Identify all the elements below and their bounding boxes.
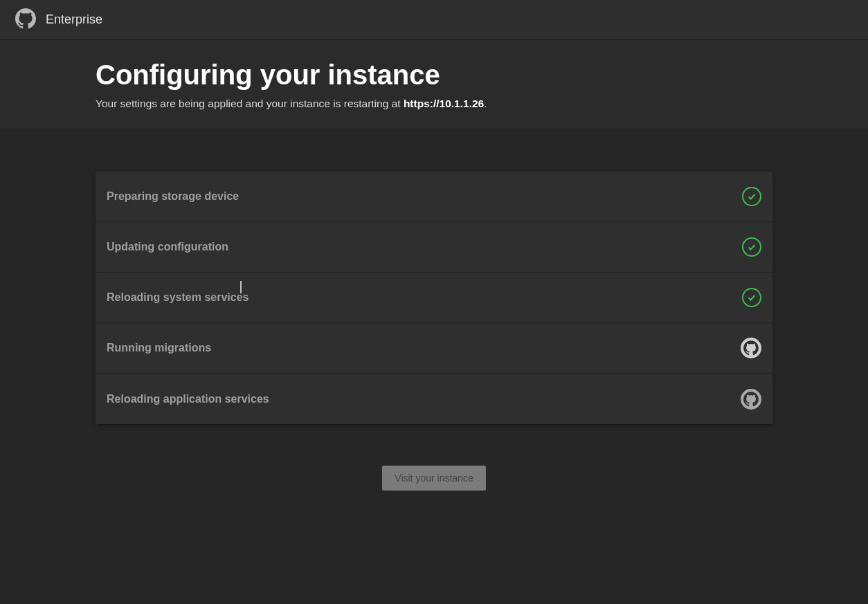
checkmark-icon — [742, 237, 761, 257]
octocat-spinner-icon — [741, 338, 761, 358]
step-label: Preparing storage device — [107, 190, 239, 203]
checkmark-icon — [742, 288, 761, 307]
steps-panel: Preparing storage device Updating config… — [96, 172, 772, 424]
subtitle-prefix: Your settings are being applied and your… — [96, 98, 404, 109]
github-logo-icon — [15, 8, 36, 32]
brand-link[interactable]: Enterprise — [15, 8, 102, 32]
step-running-migrations: Running migrations — [96, 323, 772, 374]
button-wrap: Visit your instance — [0, 466, 868, 491]
subtitle-url: https://10.1.1.26 — [404, 98, 484, 109]
main: Preparing storage device Updating config… — [0, 130, 868, 491]
step-label: Reloading system services — [107, 291, 248, 304]
visit-instance-button[interactable]: Visit your instance — [382, 466, 485, 491]
step-updating-configuration: Updating configuration — [96, 222, 772, 273]
checkmark-icon — [742, 187, 761, 206]
octocat-pending-icon — [741, 389, 761, 410]
hero: Configuring your instance Your settings … — [0, 40, 868, 130]
page-title: Configuring your instance — [96, 60, 772, 91]
step-reloading-application-services: Reloading application services — [96, 374, 772, 424]
subtitle-suffix: . — [484, 98, 487, 109]
step-preparing-storage: Preparing storage device — [96, 172, 772, 222]
step-label: Updating configuration — [107, 241, 228, 253]
step-label: Reloading application services — [107, 393, 269, 405]
step-reloading-system-services: Reloading system services — [96, 273, 772, 323]
page-subtitle: Your settings are being applied and your… — [96, 98, 772, 110]
brand-text: Enterprise — [46, 12, 102, 27]
topbar: Enterprise — [0, 0, 868, 40]
step-label: Running migrations — [107, 342, 211, 354]
